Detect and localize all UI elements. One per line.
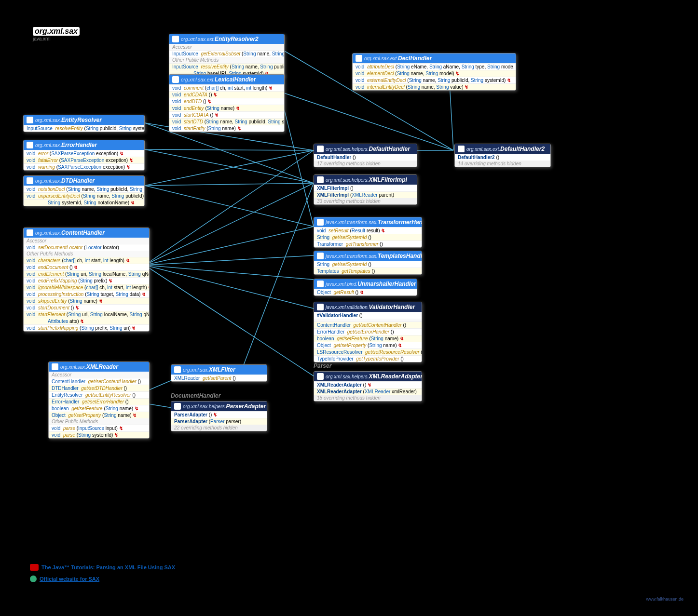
svg-line-5 bbox=[145, 183, 314, 186]
svg-line-16 bbox=[280, 92, 314, 227]
link-tutorial[interactable]: The Java™ Tutorials: Parsing an XML File… bbox=[30, 564, 175, 571]
package-title: org.xml.sax java.xml bbox=[30, 26, 82, 42]
svg-line-8 bbox=[145, 183, 314, 265]
class-XMLFilterImpl[interactable]: org.xml.sax.helpers.XMLFilterImplXMLFilt… bbox=[314, 174, 417, 205]
class-LexicalHandler[interactable]: org.xml.sax.ext.LexicalHandlervoid comme… bbox=[169, 74, 285, 132]
svg-line-11 bbox=[145, 265, 314, 280]
class-DefaultHandler[interactable]: org.xml.sax.helpers.DefaultHandlerDefaul… bbox=[314, 144, 417, 167]
svg-line-12 bbox=[145, 265, 314, 308]
svg-line-2 bbox=[145, 149, 314, 150]
class-DefaultHandler2[interactable]: org.xml.sax.ext.DefaultHandler2DefaultHa… bbox=[454, 144, 551, 167]
class-EntityResolver[interactable]: org.xml.sax.EntityResolverInputSource re… bbox=[23, 115, 145, 132]
class-DeclHandler[interactable]: org.xml.sax.ext.DeclHandlervoid attribut… bbox=[352, 53, 516, 91]
svg-line-7 bbox=[145, 150, 314, 265]
footer-url: www.falkhausen.de bbox=[646, 597, 684, 602]
oracle-icon bbox=[30, 564, 39, 571]
class-TransformerHandler[interactable]: javax.xml.transform.sax.TransformerHandl… bbox=[314, 217, 422, 248]
svg-line-4 bbox=[145, 150, 314, 186]
section-label-parser: Parser bbox=[314, 362, 331, 369]
svg-line-15 bbox=[280, 92, 453, 150]
svg-line-10 bbox=[145, 255, 314, 265]
class-XMLFilter[interactable]: org.xml.sax.XMLFilterXMLReader get/setPa… bbox=[171, 364, 267, 382]
section-label-documenthandler: DocumentHandler bbox=[171, 392, 220, 399]
class-UnmarshallerHandler[interactable]: javax.xml.bind.UnmarshallerHandlerObject… bbox=[314, 279, 417, 296]
svg-line-20 bbox=[241, 183, 314, 371]
class-ParserAdapter[interactable]: org.xml.sax.helpers.ParserAdapterParserA… bbox=[171, 401, 267, 431]
class-EntityResolver2[interactable]: org.xml.sax.ext.EntityResolver2AccessorI… bbox=[169, 34, 285, 77]
class-TemplatesHandler[interactable]: javax.xml.transform.sax.TemplatesHandler… bbox=[314, 251, 422, 275]
class-ValidatorHandler[interactable]: javax.xml.validation.ValidatorHandler#Va… bbox=[314, 302, 422, 362]
external-links: The Java™ Tutorials: Parsing an XML File… bbox=[30, 564, 175, 587]
class-XMLReaderAdapter[interactable]: org.xml.sax.helpers.XMLReaderAdapterXMLR… bbox=[314, 371, 422, 402]
class-ContentHandler[interactable]: org.xml.sax.ContentHandlerAccessorvoid s… bbox=[23, 228, 150, 332]
svg-line-9 bbox=[145, 227, 314, 265]
class-ErrorHandler[interactable]: org.xml.sax.ErrorHandlervoid error (SAXP… bbox=[23, 140, 145, 171]
class-DTDHandler[interactable]: org.xml.sax.DTDHandlervoid notationDecl … bbox=[23, 175, 145, 206]
class-XMLReader[interactable]: org.xml.sax.XMLReaderAccessorContentHand… bbox=[48, 362, 150, 439]
globe-icon bbox=[30, 576, 37, 582]
svg-line-3 bbox=[145, 149, 314, 183]
svg-line-13 bbox=[145, 265, 314, 376]
link-official[interactable]: Official website for SAX bbox=[30, 576, 175, 582]
svg-line-6 bbox=[145, 186, 314, 227]
